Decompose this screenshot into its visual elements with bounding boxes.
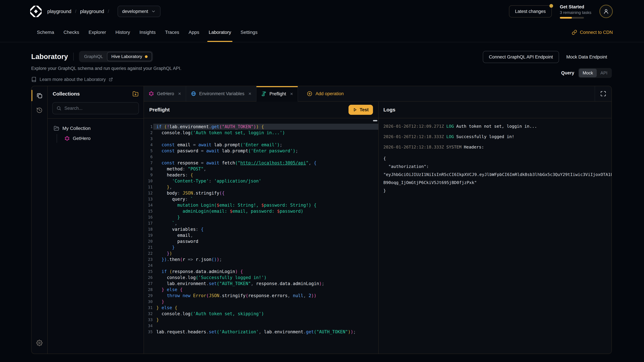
tab-label: Environment Variables	[199, 91, 244, 96]
code-line: 24	[144, 263, 378, 269]
collections-search[interactable]	[52, 102, 139, 114]
code-line: 2 console.log('Auth token not set, loggi…	[144, 130, 378, 136]
add-collection-button[interactable]	[132, 91, 138, 97]
latest-changes-button[interactable]: Latest changes	[509, 5, 552, 17]
breadcrumb-separator: /	[75, 9, 76, 14]
log-entry: 2026-01-26T12:12:18.333ZSYSTEMHeaders:	[384, 144, 612, 150]
nav-item-insights[interactable]: Insights	[135, 23, 160, 42]
nav-item-traces[interactable]: Traces	[160, 23, 184, 42]
close-icon[interactable]: ×	[178, 91, 181, 96]
close-icon[interactable]: ×	[248, 91, 252, 96]
page-title: Laboratory	[31, 53, 68, 61]
mock-data-endpoint-button[interactable]: Mock Data Endpoint	[562, 51, 612, 63]
code-line: 4 const email = await lab.prompt('Enter …	[144, 142, 378, 148]
nav-item-explorer[interactable]: Explorer	[84, 23, 111, 42]
add-operation-button[interactable]: Add operation	[302, 86, 348, 101]
tab-gethero[interactable]: GetHero×	[144, 86, 186, 101]
link-icon	[572, 30, 577, 35]
graphql-icon	[148, 91, 154, 96]
nav-item-checks[interactable]: Checks	[59, 23, 84, 42]
workspace: Preflight Test 1if (!lab.environment.get…	[144, 102, 612, 354]
query-mode-mock[interactable]: Mock	[579, 69, 597, 77]
code-line: 1if (!lab.environment.get("AUTH_TOKEN"))…	[144, 124, 378, 130]
code-line: 18 variables: {	[144, 226, 378, 232]
code-line: 32 console.log('Auth token set, skipping…	[144, 311, 378, 317]
operation-item-gethero[interactable]: GetHero	[62, 133, 140, 143]
log-message: Headers:	[464, 145, 484, 149]
laboratory-mode-toggle: GraphiQL Hive Laboratory	[79, 51, 153, 62]
logs-panel: Logs 2026-01-26T12:12:09.271ZLOGAuth tok…	[378, 102, 612, 354]
collections-icon	[36, 92, 42, 99]
line-number: 5	[144, 148, 153, 154]
query-mode-api[interactable]: API	[597, 69, 611, 77]
search-icon	[56, 106, 62, 111]
breadcrumb-org[interactable]: playground	[47, 9, 72, 14]
code-editor[interactable]: 1if (!lab.environment.get("AUTH_TOKEN"))…	[144, 118, 378, 354]
nav-item-schema[interactable]: Schema	[32, 23, 59, 42]
line-number: 9	[144, 172, 153, 178]
nav-item-settings[interactable]: Settings	[236, 23, 262, 42]
rail-history-button[interactable]	[31, 103, 48, 118]
nav-item-apps[interactable]: Apps	[184, 23, 204, 42]
divider	[73, 53, 74, 61]
page-description: Explore your GraphQL schema and run quer…	[31, 66, 181, 71]
rail-collections-button[interactable]	[31, 88, 48, 103]
code-line: 9 headers: {	[144, 172, 378, 178]
code-line: 23 }).then(r => r.json());	[144, 256, 378, 263]
line-number: 4	[144, 142, 153, 148]
search-input[interactable]	[64, 106, 135, 111]
log-entry: 2026-01-26T12:12:18.333ZLOGSuccessfully …	[384, 134, 612, 140]
breadcrumb-separator: /	[108, 9, 109, 14]
log-message: Auth token not set, loggin in...	[456, 124, 537, 129]
log-raw-line: }	[384, 187, 612, 195]
tab-environment-variables[interactable]: Environment Variables×	[186, 86, 256, 101]
code-line: 27 lab.environment.set("AUTH_TOKEN", res…	[144, 281, 378, 287]
book-icon	[31, 77, 36, 82]
editor-scrollbar-thumb[interactable]	[373, 120, 377, 121]
collections-title: Collections	[53, 91, 80, 97]
rail-settings-button[interactable]	[31, 336, 48, 350]
mode-option-graphiql[interactable]: GraphiQL	[80, 52, 107, 61]
tab-preflight[interactable]: Preflight×	[256, 86, 298, 102]
get-started-subtitle: 3 remaining tasks	[560, 10, 591, 15]
avatar[interactable]	[600, 5, 613, 18]
collection-folder[interactable]: My Collection	[51, 123, 140, 133]
operation-item-label: GetHero	[73, 136, 90, 141]
nav-item-history[interactable]: History	[111, 23, 135, 42]
code-line: 33}	[144, 317, 378, 323]
code-line: 16 }	[144, 214, 378, 220]
learn-more-link[interactable]: Learn more about the Laboratory	[31, 77, 181, 82]
fullscreen-button[interactable]	[595, 86, 612, 101]
code-line: 17 `,	[144, 220, 378, 226]
nav-item-laboratory[interactable]: Laboratory	[204, 23, 236, 42]
mode-option-hive-laboratory[interactable]: Hive Laboratory	[107, 52, 152, 61]
breadcrumb-project[interactable]: playground	[80, 9, 104, 14]
line-number: 34	[144, 323, 153, 329]
line-number: 28	[144, 287, 153, 293]
code-line: 25 if (response.data.adminLogin) {	[144, 269, 378, 275]
code-line: 30 }	[144, 299, 378, 305]
close-icon[interactable]: ×	[290, 91, 293, 97]
connect-graphql-endpoint-button[interactable]: Connect GraphQL API Endpoint	[483, 51, 559, 63]
log-level-badge: SYSTEM	[446, 145, 461, 149]
query-label: Query	[561, 70, 574, 76]
target-selector[interactable]: development	[118, 6, 161, 17]
connect-to-cdn-link[interactable]: Connect to CDN	[572, 23, 613, 42]
tab-bar: GetHero×Environment Variables×Preflight×…	[144, 86, 612, 102]
code-line: 20 password	[144, 238, 378, 244]
tab-list: GetHero×Environment Variables×Preflight×	[144, 86, 298, 101]
log-entry: 2026-01-26T12:12:09.271ZLOGAuth token no…	[384, 123, 612, 129]
code-line: 29 throw new Error(JSON.stringify(respon…	[144, 293, 378, 299]
globe-icon	[191, 91, 196, 96]
code-line: 5 const password = await lab.prompt('Ent…	[144, 148, 378, 154]
code-line: 6	[144, 154, 378, 160]
plus-circle-icon	[307, 91, 312, 96]
external-link-icon	[109, 77, 113, 81]
get-started-widget[interactable]: Get Started 3 remaining tasks	[560, 4, 591, 18]
test-button[interactable]: Test	[348, 105, 373, 115]
hive-logo-icon[interactable]	[30, 5, 42, 17]
log-raw-line: "authorization":	[384, 163, 612, 171]
tab-label: Preflight	[270, 91, 286, 96]
line-number: 22	[144, 250, 153, 256]
fullscreen-icon	[600, 91, 606, 97]
